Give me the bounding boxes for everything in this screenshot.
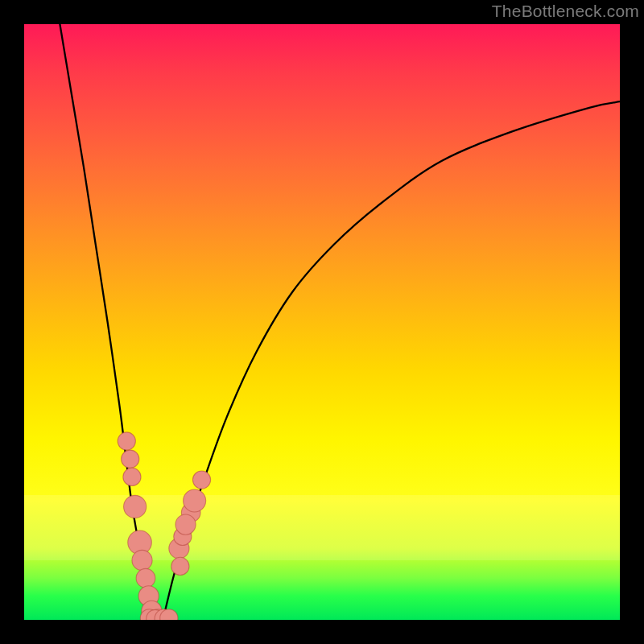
chart-svg [24, 24, 620, 620]
data-marker [123, 468, 141, 485]
data-marker [192, 471, 210, 489]
curve-group [60, 24, 620, 620]
chart-frame: TheBottleneck.com [0, 0, 644, 644]
plot-area [24, 24, 620, 620]
data-marker [175, 514, 196, 535]
data-marker [124, 495, 147, 518]
data-marker [132, 550, 152, 570]
data-marker [184, 489, 206, 512]
marker-group [118, 432, 210, 620]
data-marker [118, 432, 135, 450]
data-marker [122, 450, 139, 468]
data-marker [171, 557, 189, 575]
watermark-text: TheBottleneck.com [492, 2, 639, 21]
data-marker [136, 568, 155, 588]
curve-right-branch [163, 101, 620, 620]
